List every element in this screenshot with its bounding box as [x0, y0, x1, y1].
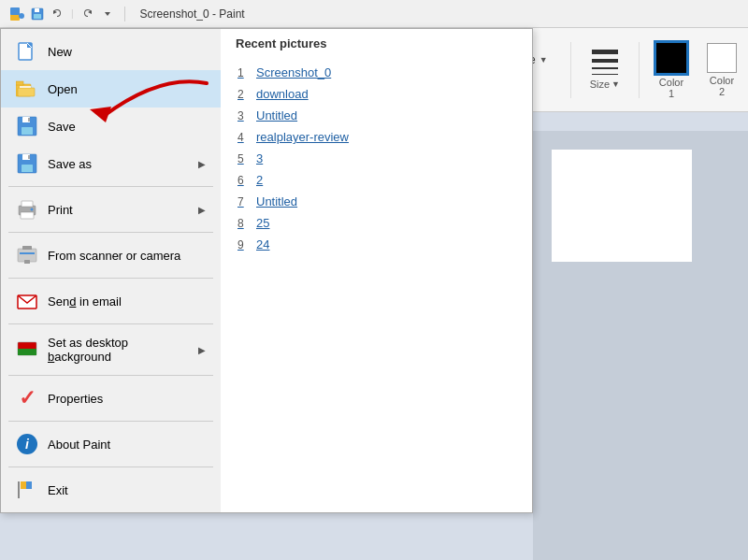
save-as-arrow: ▶: [198, 159, 206, 169]
save-label: Save: [48, 120, 206, 134]
menu-item-exit[interactable]: Exit: [1, 471, 221, 509]
title-separator: [124, 7, 125, 22]
save-as-icon: [16, 152, 38, 175]
recent-label: 24: [256, 237, 269, 251]
menu-item-properties[interactable]: ✓ Properties: [1, 380, 221, 417]
desktop-label: Set as desktop background: [48, 336, 189, 364]
file-menu-left-pane: New Open: [1, 29, 221, 512]
about-label: About Paint: [48, 438, 206, 452]
recent-num: 2: [237, 88, 251, 101]
svg-point-2: [19, 13, 24, 19]
print-label: Print: [48, 203, 189, 217]
recent-item[interactable]: 2download: [236, 83, 517, 105]
exit-label: Exit: [48, 483, 206, 497]
svg-rect-14: [18, 88, 35, 96]
recent-item[interactable]: 53: [236, 148, 517, 169]
ribbon-divider-2: [639, 42, 640, 98]
menu-item-desktop[interactable]: Set as desktop background ▶: [1, 328, 221, 371]
svg-rect-28: [18, 249, 36, 262]
recent-num: 5: [237, 152, 251, 165]
svg-rect-13: [16, 81, 23, 85]
title-bar: | Screenshot_0 - Paint: [0, 0, 748, 28]
file-menu: New Open: [0, 28, 533, 513]
svg-rect-31: [24, 260, 30, 264]
recent-item[interactable]: 1Screenshot_0: [236, 62, 517, 83]
svg-rect-26: [21, 212, 34, 219]
recent-pictures-list: 1Screenshot_02download3Untitled4realplay…: [236, 62, 517, 255]
menu-item-save-as[interactable]: Save as ▶: [1, 145, 221, 182]
open-icon: [16, 78, 38, 100]
recent-label: 25: [256, 216, 269, 230]
drawing-canvas[interactable]: [552, 150, 692, 262]
color1-swatch[interactable]: [654, 41, 688, 75]
save-as-label: Save as: [48, 157, 189, 171]
recent-label: 3: [256, 151, 263, 165]
save-icon: [16, 115, 38, 137]
menu-item-save[interactable]: Save: [1, 108, 221, 145]
save-quick-btn[interactable]: [28, 5, 47, 23]
quick-access-toolbar: |: [7, 5, 117, 23]
paint-icon: [7, 5, 26, 23]
svg-rect-37: [21, 481, 26, 489]
recent-label: Untitled: [256, 108, 297, 122]
recent-label: download: [256, 87, 309, 101]
outline-chevron: ▼: [539, 55, 548, 65]
recent-pictures-title: Recent pictures: [236, 36, 517, 54]
color2-label: Color 2: [710, 75, 734, 97]
open-label: Open: [48, 82, 206, 96]
color1-group: Color 1: [651, 34, 692, 107]
recent-item[interactable]: 7Untitled: [236, 191, 517, 212]
window-title: Screenshot_0 - Paint: [140, 7, 245, 21]
recent-label: realplayer-review: [256, 130, 349, 144]
recent-item[interactable]: 924: [236, 234, 517, 255]
recent-item[interactable]: 4realplayer-review: [236, 126, 517, 148]
print-icon: [16, 198, 38, 221]
customize-qa-btn[interactable]: [98, 5, 117, 23]
info-circle-icon: i: [17, 434, 37, 454]
menu-item-scanner[interactable]: From scanner or camera: [1, 237, 221, 274]
color2-swatch[interactable]: [707, 43, 737, 73]
file-menu-right-pane: Recent pictures 1Screenshot_02download3U…: [221, 29, 532, 512]
recent-num: 1: [237, 66, 251, 79]
recent-item[interactable]: 825: [236, 212, 517, 234]
recent-item[interactable]: 3Untitled: [236, 105, 517, 126]
separator: |: [69, 8, 76, 19]
properties-icon: ✓: [16, 387, 38, 409]
recent-item[interactable]: 62: [236, 169, 517, 191]
desktop-icon: [16, 338, 38, 361]
divider-5: [8, 375, 213, 376]
recent-num: 3: [237, 109, 251, 122]
svg-rect-4: [34, 14, 41, 19]
menu-item-about[interactable]: i About Paint: [1, 425, 221, 463]
color2-group: Color 2: [703, 36, 741, 105]
divider-4: [8, 323, 213, 324]
divider-3: [8, 278, 213, 279]
scanner-label: From scanner or camera: [48, 249, 206, 263]
redo-quick-btn[interactable]: [78, 5, 96, 23]
recent-label: 2: [256, 173, 263, 187]
size-chevron: ▼: [611, 79, 620, 89]
undo-quick-btn[interactable]: [49, 5, 67, 23]
desktop-arrow: ▶: [198, 345, 206, 355]
svg-rect-25: [22, 201, 33, 207]
divider-1: [8, 186, 213, 187]
svg-rect-19: [28, 118, 30, 122]
svg-rect-30: [22, 246, 32, 250]
size-lines-icon: [592, 50, 618, 75]
email-label: Send in email: [48, 294, 206, 309]
color1-label: Color 1: [659, 77, 683, 99]
properties-label: Properties: [48, 392, 206, 406]
recent-label: Screenshot_0: [256, 65, 331, 79]
checkmark-icon: ✓: [19, 388, 36, 409]
exit-icon: [16, 479, 38, 501]
size-group: Size ▼: [583, 42, 627, 97]
scanner-icon: [16, 244, 38, 266]
recent-num: 7: [237, 195, 251, 208]
svg-rect-15: [20, 86, 31, 88]
menu-item-print[interactable]: Print ▶: [1, 191, 221, 228]
ribbon-divider-1: [570, 42, 571, 98]
menu-item-new[interactable]: New: [1, 33, 221, 70]
menu-item-open[interactable]: Open: [1, 70, 221, 108]
menu-item-email[interactable]: Send in email: [1, 282, 221, 320]
divider-6: [8, 421, 213, 422]
